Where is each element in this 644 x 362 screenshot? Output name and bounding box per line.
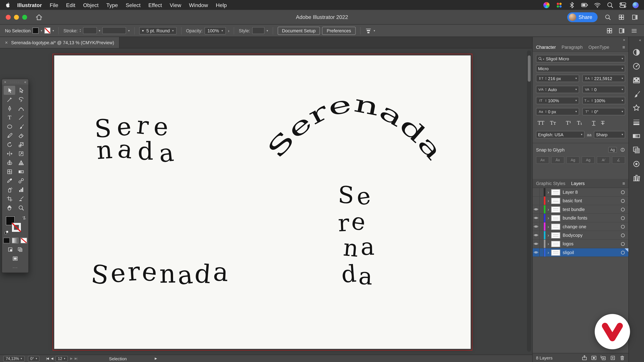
lock-toggle[interactable] <box>540 248 544 257</box>
info-icon[interactable] <box>620 147 625 152</box>
menu-illustrator[interactable]: Illustrator <box>17 2 42 8</box>
menubar-spotlight-icon[interactable] <box>606 1 614 8</box>
align-icon[interactable] <box>365 27 372 34</box>
status-expand-icon[interactable]: ▶ <box>155 357 157 360</box>
small-caps-button[interactable]: Tᴛ <box>548 119 558 127</box>
snap-anchor-button[interactable]: A∕ <box>597 156 610 164</box>
tool-column-graph[interactable] <box>15 185 27 194</box>
toolbar-drag-handle[interactable]: ····· <box>6 80 24 84</box>
trash-icon[interactable] <box>619 355 625 361</box>
layer-target-circle[interactable] <box>621 216 625 220</box>
tool-eyedropper[interactable] <box>4 176 15 185</box>
menubar-bluetooth-icon[interactable] <box>568 1 576 8</box>
vertical-scrollbar[interactable] <box>527 50 531 352</box>
tool-lasso[interactable] <box>15 95 27 104</box>
lock-toggle[interactable] <box>540 214 544 222</box>
layer-thumbnail[interactable] <box>551 241 560 247</box>
snap-xheight-button[interactable]: Āx <box>551 156 564 164</box>
menu-object[interactable]: Object <box>83 2 98 8</box>
next-artboard-button[interactable]: ▶ <box>70 357 72 360</box>
visibility-toggle[interactable] <box>533 205 540 213</box>
tool-curvature[interactable] <box>15 104 27 113</box>
horizontal-scale-stepper[interactable]: ▴▾ <box>592 99 593 102</box>
none-mode-button[interactable] <box>20 238 27 243</box>
tool-perspective-grid[interactable] <box>15 158 27 167</box>
panel-brushes-icon[interactable] <box>632 90 641 98</box>
layers-tab-graphic-styles[interactable]: Graphic Styles <box>536 181 565 186</box>
layer-thumbnail[interactable] <box>551 206 560 213</box>
make-mask-icon[interactable] <box>591 355 597 361</box>
arrange-documents-icon[interactable] <box>618 14 625 20</box>
logo-two-line[interactable]: Sere nada <box>94 115 179 163</box>
subscript-button[interactable]: T₁ <box>575 119 584 127</box>
menu-window[interactable]: Window <box>189 2 208 8</box>
tool-mesh[interactable] <box>4 167 15 176</box>
tool-width[interactable] <box>4 149 15 158</box>
menu-type[interactable]: Type <box>106 2 118 8</box>
artboard-number-select[interactable]: 12▾ <box>55 356 68 361</box>
stroke-weight-stepper[interactable]: ▴▾ <box>80 29 81 32</box>
kerning-field[interactable]: V∕A▴▾Auto▾ <box>536 86 579 93</box>
tool-rotate[interactable] <box>4 140 15 149</box>
layer-thumbnail[interactable] <box>551 215 560 221</box>
layers-menu-icon[interactable]: ≡ <box>622 181 628 186</box>
tool-gradient[interactable] <box>15 167 27 176</box>
control-menu-icon[interactable] <box>631 27 638 34</box>
home-icon[interactable] <box>36 13 43 21</box>
kerning-stepper[interactable]: ▴▾ <box>546 88 546 91</box>
snap-glyph-bounds-button[interactable]: Ag <box>566 156 580 164</box>
stroke-profile-field[interactable] <box>102 27 126 34</box>
panel-transparency-icon[interactable] <box>632 146 641 154</box>
menubar-siri-icon[interactable] <box>632 1 639 8</box>
baseline-shift-stepper[interactable]: ▴▾ <box>546 110 546 113</box>
stroke-weight-field[interactable] <box>83 27 97 34</box>
logo-arc[interactable]: Serenada <box>270 89 435 173</box>
panel-swatches-icon[interactable] <box>632 76 641 84</box>
font-size-stepper[interactable]: ▴▾ <box>546 77 546 80</box>
expand-arrow-icon[interactable]: › <box>546 216 551 220</box>
font-family-field[interactable]: ▾ Sligoil Micro ▾ <box>536 55 625 62</box>
expand-arrow-icon[interactable]: › <box>546 224 551 229</box>
tool-hand[interactable] <box>4 203 15 212</box>
tool-magic-wand[interactable] <box>4 95 15 104</box>
color-mode-button[interactable] <box>3 238 10 243</box>
char-rotation-stepper[interactable]: ▴▾ <box>592 110 593 113</box>
lock-toggle[interactable] <box>540 231 544 239</box>
visibility-toggle[interactable] <box>533 248 540 257</box>
canvas-area[interactable]: Sere nada Serenada Se re na da <box>0 48 532 355</box>
layer-name[interactable]: basic font <box>563 198 621 203</box>
artboard[interactable]: Sere nada Serenada Se re na da <box>54 55 470 349</box>
menubar-wifi-icon[interactable] <box>594 1 601 8</box>
expand-arrow-icon[interactable]: › <box>546 198 551 203</box>
expand-arrow-icon[interactable]: › <box>546 190 551 194</box>
default-fill-stroke-icon[interactable] <box>4 230 9 235</box>
vertical-scale-field[interactable]: IT▴▾100%▾ <box>536 97 579 104</box>
logo-stacked-line-4[interactable]: da <box>326 261 390 290</box>
layer-thumbnail[interactable] <box>551 198 560 204</box>
tool-artboard[interactable] <box>4 194 15 203</box>
layer-row-bundle-fonts[interactable]: ›bundle fonts <box>533 214 628 222</box>
panel-appearance-icon[interactable] <box>632 160 641 168</box>
horizontal-scale-field[interactable]: T↔▴▾100%▾ <box>582 97 625 104</box>
close-document-icon[interactable]: × <box>5 39 8 45</box>
swap-fill-stroke-icon[interactable] <box>22 216 27 220</box>
workspace-grid-icon[interactable] <box>606 27 613 34</box>
layer-thumbnail[interactable] <box>551 223 560 230</box>
tool-pen[interactable] <box>4 104 15 113</box>
char-rotation-field[interactable]: T°▴▾0°▾ <box>582 108 625 115</box>
lock-toggle[interactable] <box>540 197 544 205</box>
layer-name[interactable]: Layer 8 <box>563 190 621 194</box>
layer-row-sligoil[interactable]: ›sligoil <box>533 248 628 257</box>
align-chevron-icon[interactable]: ▾ <box>374 29 375 32</box>
glyph-guides-button[interactable]: Ag <box>608 147 617 153</box>
strikethrough-button[interactable]: T <box>600 119 606 127</box>
panels-toggle-icon[interactable] <box>632 14 638 20</box>
layer-name[interactable]: Bodycopy <box>563 233 621 238</box>
logo-single[interactable]: Serenada <box>91 258 230 288</box>
tool-symbol-sprayer[interactable] <box>4 185 15 194</box>
panel-libraries-icon[interactable] <box>632 174 641 182</box>
character-tab-opentype[interactable]: OpenType <box>588 44 609 49</box>
stroke-weight-chevron-icon[interactable]: ▾ <box>99 29 100 32</box>
stroke-chevron-icon[interactable]: ▾ <box>52 29 54 32</box>
superscript-button[interactable]: T¹ <box>564 119 573 127</box>
